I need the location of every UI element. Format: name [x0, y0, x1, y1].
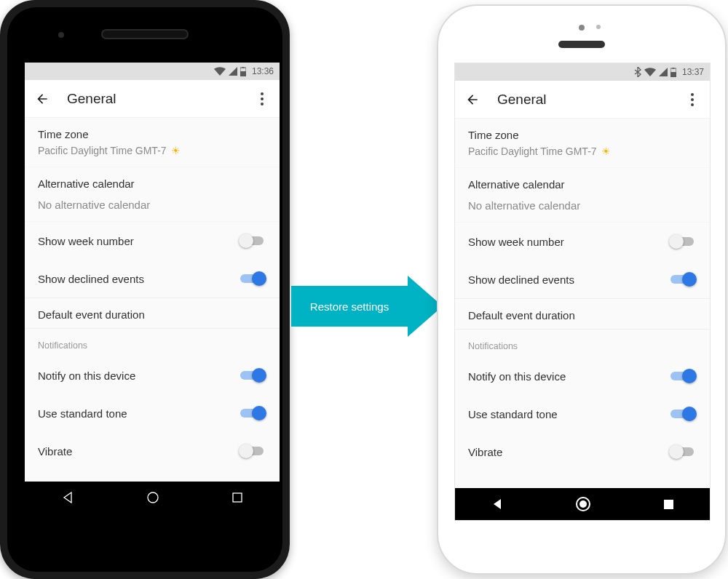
app-bar: General — [25, 80, 280, 118]
setting-label: Default event duration — [468, 309, 697, 322]
setting-label: Time zone — [468, 129, 697, 141]
setting-label: Notify on this device — [468, 370, 566, 383]
phone-right: 13:37 General Time zone Pacific Daylight… — [437, 4, 727, 575]
notifications-subheader: Notifications — [25, 329, 280, 356]
phone-left-body: 13:36 General Time zone Pacific Daylight… — [7, 7, 282, 572]
toggle-switch[interactable] — [240, 368, 266, 383]
restore-settings-arrow: Restore settings — [291, 273, 448, 339]
setting-label: Time zone — [38, 128, 266, 140]
toggle-switch[interactable] — [670, 234, 697, 249]
nav-back-button[interactable] — [491, 498, 503, 510]
svg-point-4 — [261, 97, 264, 100]
setting-label: Default event duration — [38, 308, 266, 321]
setting-label: Show declined events — [38, 273, 144, 285]
back-button[interactable] — [33, 92, 51, 106]
setting-alternative-calendar[interactable]: Alternative calendar No alternative cale… — [25, 167, 280, 222]
svg-rect-2 — [240, 71, 246, 76]
nav-back-button[interactable] — [61, 491, 74, 504]
toggle-switch[interactable] — [240, 233, 266, 248]
arrow-back-icon — [465, 92, 480, 107]
phone-speaker — [101, 29, 189, 39]
settings-list[interactable]: Time zone Pacific Daylight Time GMT-7 ☀ … — [25, 118, 280, 482]
toggle-switch[interactable] — [240, 271, 266, 286]
nav-home-button[interactable] — [575, 496, 591, 512]
svg-point-6 — [148, 492, 158, 503]
toggle-switch[interactable] — [670, 369, 697, 383]
setting-label: Show week number — [468, 236, 564, 248]
status-time: 13:36 — [252, 66, 274, 76]
sun-icon: ☀ — [171, 145, 181, 156]
wifi-icon — [214, 67, 226, 76]
overflow-menu-button[interactable] — [253, 92, 271, 105]
setting-default-event-duration[interactable]: Default event duration — [25, 298, 280, 328]
nav-recents-button[interactable] — [232, 492, 243, 503]
overflow-menu-button[interactable] — [684, 93, 701, 106]
setting-vibrate[interactable]: Vibrate — [25, 432, 280, 470]
setting-label: Use standard tone — [468, 408, 558, 420]
svg-rect-1 — [242, 67, 244, 68]
nav-back-icon — [491, 498, 503, 510]
svg-point-12 — [691, 98, 694, 101]
setting-notify-on-this-device[interactable]: Notify on this device — [455, 357, 710, 395]
svg-point-3 — [261, 92, 264, 95]
setting-label: Show week number — [38, 235, 134, 247]
phone-speaker — [558, 41, 605, 48]
phone-right-screen: 13:37 General Time zone Pacific Daylight… — [454, 63, 711, 521]
status-time: 13:37 — [682, 67, 704, 77]
svg-rect-9 — [672, 68, 674, 69]
toggle-switch[interactable] — [670, 444, 697, 459]
cell-signal-icon — [659, 68, 668, 76]
wifi-icon — [644, 68, 656, 76]
svg-rect-10 — [670, 72, 676, 77]
timezone-text: Pacific Daylight Time GMT-7 — [38, 145, 167, 156]
setting-show-week-number[interactable]: Show week number — [455, 223, 710, 260]
setting-show-declined-events[interactable]: Show declined events — [25, 260, 280, 298]
setting-time-zone[interactable]: Time zone Pacific Daylight Time GMT-7 ☀ — [455, 119, 710, 168]
setting-value: Pacific Daylight Time GMT-7 ☀ — [468, 145, 697, 157]
setting-use-standard-tone[interactable]: Use standard tone — [455, 395, 710, 433]
more-vert-icon — [691, 93, 694, 106]
svg-rect-7 — [233, 493, 242, 502]
setting-show-week-number[interactable]: Show week number — [25, 222, 280, 260]
nav-recents-icon — [232, 492, 243, 503]
app-bar: General — [455, 81, 710, 119]
toggle-switch[interactable] — [240, 406, 266, 420]
nav-back-icon — [61, 491, 74, 504]
nav-home-icon — [146, 491, 159, 504]
setting-time-zone[interactable]: Time zone Pacific Daylight Time GMT-7 ☀ — [25, 118, 280, 167]
back-button[interactable] — [464, 92, 481, 107]
nav-bar — [25, 482, 280, 514]
notifications-subheader: Notifications — [455, 330, 710, 357]
setting-show-declined-events[interactable]: Show declined events — [455, 260, 710, 298]
nav-recents-icon — [663, 499, 674, 510]
phone-sensor-dot — [579, 25, 585, 31]
setting-label: Show declined events — [468, 273, 574, 286]
settings-list[interactable]: Time zone Pacific Daylight Time GMT-7 ☀ … — [455, 119, 710, 488]
battery-icon — [670, 68, 676, 77]
toggle-switch[interactable] — [240, 444, 266, 458]
nav-recents-button[interactable] — [663, 499, 674, 510]
toggle-switch[interactable] — [670, 407, 697, 421]
setting-value: No alternative calendar — [468, 199, 697, 212]
setting-alternative-calendar[interactable]: Alternative calendar No alternative cale… — [455, 168, 710, 223]
svg-point-11 — [691, 93, 694, 96]
nav-home-button[interactable] — [146, 491, 159, 504]
setting-label: Vibrate — [468, 446, 502, 458]
battery-icon — [240, 67, 246, 76]
cell-signal-icon — [229, 67, 237, 76]
svg-point-15 — [579, 500, 587, 508]
setting-default-event-duration[interactable]: Default event duration — [455, 299, 710, 329]
svg-rect-16 — [664, 500, 673, 509]
setting-vibrate[interactable]: Vibrate — [455, 433, 710, 471]
more-vert-icon — [261, 92, 264, 105]
setting-notify-on-this-device[interactable]: Notify on this device — [25, 356, 280, 394]
page-title: General — [67, 91, 253, 107]
setting-label: Vibrate — [38, 445, 72, 458]
toggle-switch[interactable] — [670, 272, 697, 287]
timezone-text: Pacific Daylight Time GMT-7 — [468, 145, 597, 157]
page-title: General — [497, 92, 684, 108]
phone-sensor-dot — [596, 25, 601, 29]
svg-point-5 — [261, 103, 264, 105]
phone-front-camera — [58, 32, 64, 38]
setting-use-standard-tone[interactable]: Use standard tone — [25, 394, 280, 432]
